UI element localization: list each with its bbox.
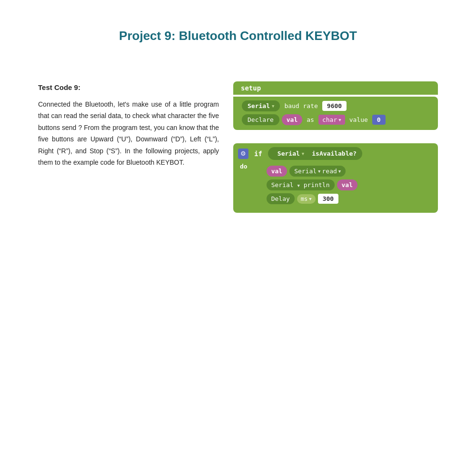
serial-dropdown-icon: ▼ <box>272 104 274 109</box>
declare-row: Declare val as char ▼ value 0 <box>242 114 433 125</box>
isavailable-pill: Serial ▼ isAvailable? <box>268 147 362 160</box>
baud-rate-text: baud rate <box>282 102 319 109</box>
char-dropdown-icon: ▼ <box>338 118 341 122</box>
println-row: Serial ▼ println val <box>267 179 357 190</box>
loop-body: val Serial ▼ read ▼ Serial <box>257 163 361 208</box>
test-code-label: Test Code 9: <box>38 81 219 94</box>
baud-value-box: 9600 <box>322 101 347 111</box>
read-dropdown-icon: ▼ <box>338 169 341 174</box>
serial-pill-1[interactable]: Serial ▼ <box>242 100 280 111</box>
declare-pill: Declare <box>242 114 279 125</box>
if-header: ⚙ if Serial ▼ isAvailable? <box>238 147 433 160</box>
serial-pill-2[interactable]: Serial ▼ <box>274 149 308 158</box>
serial2-dropdown-icon: ▼ <box>302 151 304 156</box>
if-label: if <box>251 150 265 158</box>
value-text: value <box>347 116 370 123</box>
setup-body: Serial ▼ baud rate 9600 Declare val as c… <box>233 97 438 130</box>
serial-read-pill: Serial ▼ read ▼ <box>289 166 346 177</box>
delay-value-box: 300 <box>318 194 338 204</box>
val-pill-1: val <box>282 114 302 125</box>
delay-pill: Delay <box>267 193 295 204</box>
page: Project 9: Bluetooth Controlled KEYBOT T… <box>0 0 476 476</box>
description-text: Connected the Bluetooth, let's make use … <box>38 99 219 169</box>
text-section: Test Code 9: Connected the Bluetooth, le… <box>38 81 219 169</box>
delay-row: Delay ms ▼ 300 <box>267 193 357 204</box>
gear-icon: ⚙ <box>238 149 248 159</box>
loop-block-group: ⚙ if Serial ▼ isAvailable? do <box>233 143 438 213</box>
serial3-dropdown-icon: ▼ <box>318 169 320 174</box>
serial4-dropdown-icon: ▼ <box>297 183 299 188</box>
val-read-row: val Serial ▼ read ▼ <box>267 166 357 177</box>
as-text: as <box>305 116 316 123</box>
val-pill-2: val <box>267 166 287 177</box>
setup-block-group: setup Serial ▼ baud rate 9600 Declare <box>233 81 438 130</box>
blocks-section: setup Serial ▼ baud rate 9600 Declare <box>233 81 438 213</box>
ms-dropdown-icon: ▼ <box>309 197 311 201</box>
val-pill-3: val <box>337 179 357 190</box>
do-area: do val Serial ▼ read ▼ <box>238 163 433 208</box>
ms-pill: ms ▼ <box>297 194 316 204</box>
page-title: Project 9: Bluetooth Controlled KEYBOT <box>38 29 438 43</box>
serial-println-pill: Serial ▼ println <box>267 179 335 190</box>
baud-rate-row: Serial ▼ baud rate 9600 <box>242 100 433 111</box>
zero-box: 0 <box>372 115 386 125</box>
do-label: do <box>238 163 249 170</box>
content-area: Test Code 9: Connected the Bluetooth, le… <box>38 81 438 213</box>
setup-label: setup <box>233 81 438 95</box>
char-pill: char ▼ <box>318 115 345 125</box>
